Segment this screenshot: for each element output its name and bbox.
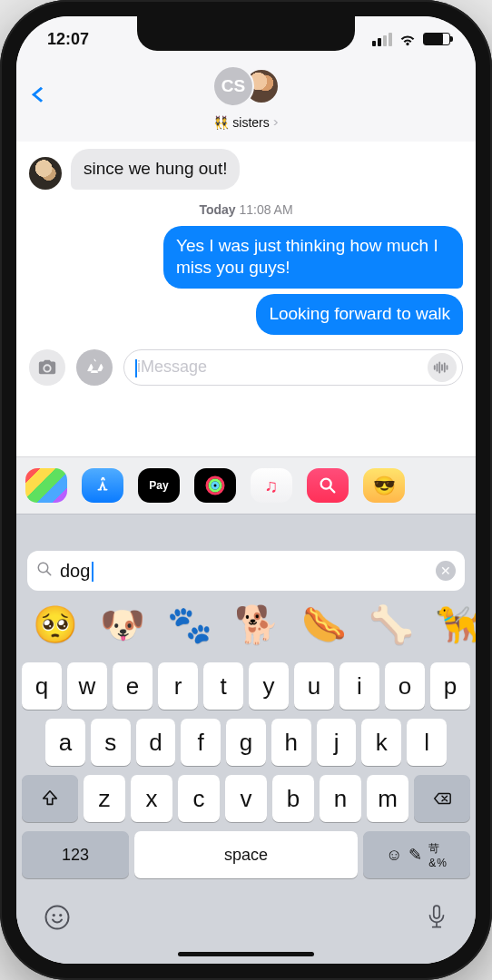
message-input[interactable]: iMessage xyxy=(123,349,463,386)
key-i[interactable]: i xyxy=(339,662,379,710)
cellular-icon xyxy=(372,33,392,46)
emoji-result[interactable]: 🐕 xyxy=(234,603,280,646)
dictation-button[interactable] xyxy=(425,904,448,937)
emoji-result[interactable]: 🌭 xyxy=(301,603,347,646)
audio-message-button[interactable] xyxy=(428,353,457,382)
emoji-result[interactable]: 🦮 xyxy=(436,603,476,646)
key-o[interactable]: o xyxy=(385,662,425,710)
images-search-app-icon[interactable] xyxy=(307,468,349,503)
back-button[interactable] xyxy=(34,77,47,105)
key-g[interactable]: g xyxy=(226,719,266,766)
key-u[interactable]: u xyxy=(294,662,334,710)
key-k[interactable]: k xyxy=(361,719,401,766)
emoji-result[interactable]: 🐾 xyxy=(167,603,212,646)
emoji-keyboard-button[interactable] xyxy=(44,904,71,937)
home-indicator[interactable] xyxy=(178,952,314,956)
symbols-mode-icon: 苛&% xyxy=(428,841,448,869)
key-r[interactable]: r xyxy=(158,662,198,710)
notch xyxy=(137,16,355,51)
conversation-name[interactable]: 👯 sisters › xyxy=(213,113,278,132)
emoji-mode-icon: ☺ xyxy=(386,846,403,865)
key-h[interactable]: h xyxy=(271,719,311,766)
message-bubble[interactable]: since we hung out! xyxy=(71,149,240,190)
key-s[interactable]: s xyxy=(91,719,131,766)
backspace-key[interactable] xyxy=(414,775,470,822)
battery-icon xyxy=(423,33,450,45)
photos-app-icon[interactable] xyxy=(25,468,67,503)
key-a[interactable]: a xyxy=(45,719,85,766)
message-list[interactable]: since we hung out! Today 11:08 AM Yes I … xyxy=(16,142,476,456)
key-f[interactable]: f xyxy=(181,719,221,766)
camera-button[interactable] xyxy=(29,349,65,386)
keyboard: dog ✕ 🥺🐶🐾🐕🌭🦴🦮 qwertyuiop asdfghjkl zxcvb… xyxy=(16,514,476,964)
emoji-search-field[interactable]: dog ✕ xyxy=(27,551,465,591)
outgoing-message[interactable]: Yes I was just thinking how much I miss … xyxy=(163,226,463,289)
activity-app-icon[interactable] xyxy=(194,468,236,503)
chevron-right-icon: › xyxy=(273,114,279,130)
svg-point-2 xyxy=(212,483,218,488)
shift-key[interactable] xyxy=(22,775,78,822)
iphone-frame: 12:07 CS 👯 sisters › xyxy=(0,0,492,980)
imessage-app-strip[interactable]: Pay ♫ 😎 xyxy=(16,456,476,514)
conversation-header: CS 👯 sisters › xyxy=(16,62,476,142)
search-icon xyxy=(36,561,53,582)
incoming-message: since we hung out! xyxy=(16,142,476,190)
timestamp-divider: Today 11:08 AM xyxy=(16,202,476,217)
outgoing-message[interactable]: Looking forward to walk xyxy=(256,294,463,335)
appstore-app-icon[interactable] xyxy=(82,468,123,503)
key-z[interactable]: z xyxy=(84,775,125,822)
key-d[interactable]: d xyxy=(136,719,176,766)
memoji-app-icon[interactable]: 😎 xyxy=(363,468,405,503)
name-emoji-icon: 👯 xyxy=(213,115,229,130)
handwriting-mode-icon: ✎ xyxy=(408,845,423,865)
key-n[interactable]: n xyxy=(320,775,361,822)
key-l[interactable]: l xyxy=(407,719,447,766)
clear-search-button[interactable]: ✕ xyxy=(436,561,456,581)
group-avatars[interactable]: CS xyxy=(212,65,280,107)
svg-point-7 xyxy=(59,914,62,916)
keyboard-bottom-bar xyxy=(16,887,476,943)
key-x[interactable]: x xyxy=(131,775,172,822)
svg-point-5 xyxy=(46,906,69,929)
key-e[interactable]: e xyxy=(113,662,153,710)
sender-avatar[interactable] xyxy=(29,157,62,190)
emoji-result[interactable]: 🦴 xyxy=(369,603,414,646)
message-placeholder: iMessage xyxy=(137,358,207,377)
key-b[interactable]: b xyxy=(272,775,314,822)
conversation-name-label: sisters xyxy=(232,115,269,130)
apple-pay-app-icon[interactable]: Pay xyxy=(138,468,180,503)
key-w[interactable]: w xyxy=(67,662,107,710)
input-mode-key[interactable]: ☺ ✎ 苛&% xyxy=(363,831,470,878)
app-drawer-button[interactable] xyxy=(76,349,113,386)
key-j[interactable]: j xyxy=(317,719,357,766)
compose-bar: iMessage xyxy=(16,340,476,398)
svg-rect-8 xyxy=(434,906,439,918)
key-v[interactable]: v xyxy=(225,775,267,822)
status-icons xyxy=(372,33,450,46)
emoji-result[interactable]: 🥺 xyxy=(33,603,78,646)
wifi-icon xyxy=(399,33,417,46)
clock: 12:07 xyxy=(47,30,89,49)
key-c[interactable]: c xyxy=(178,775,220,822)
emoji-result[interactable]: 🐶 xyxy=(100,603,145,646)
music-app-icon[interactable]: ♫ xyxy=(251,468,292,503)
key-q[interactable]: q xyxy=(22,662,62,710)
numbers-key[interactable]: 123 xyxy=(22,831,129,878)
screen: 12:07 CS 👯 sisters › xyxy=(16,16,476,964)
avatar-initials: CS xyxy=(212,65,254,107)
key-p[interactable]: p xyxy=(430,662,470,710)
emoji-search-value: dog xyxy=(60,561,92,582)
space-key[interactable]: space xyxy=(134,831,358,878)
key-m[interactable]: m xyxy=(367,775,408,822)
key-t[interactable]: t xyxy=(203,662,243,710)
key-y[interactable]: y xyxy=(249,662,289,710)
svg-point-6 xyxy=(53,914,55,916)
emoji-results-row: 🥺🐶🐾🐕🌭🦴🦮 xyxy=(16,602,476,657)
